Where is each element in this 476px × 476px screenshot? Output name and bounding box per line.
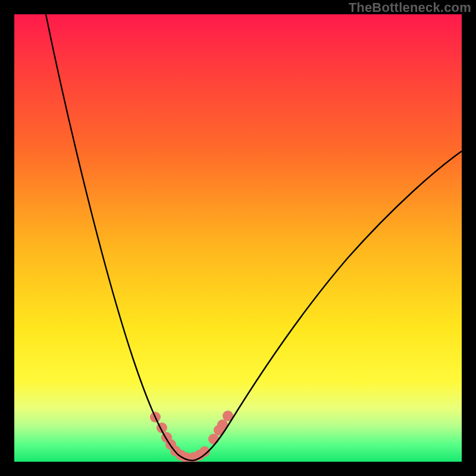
data-marker	[208, 434, 219, 444]
chart-plot-area	[14, 14, 462, 462]
watermark-text: TheBottleneck.com	[349, 0, 471, 15]
curve-left-branch	[46, 14, 193, 461]
curve-right-branch	[193, 151, 462, 461]
chart-svg-layer	[14, 14, 462, 462]
